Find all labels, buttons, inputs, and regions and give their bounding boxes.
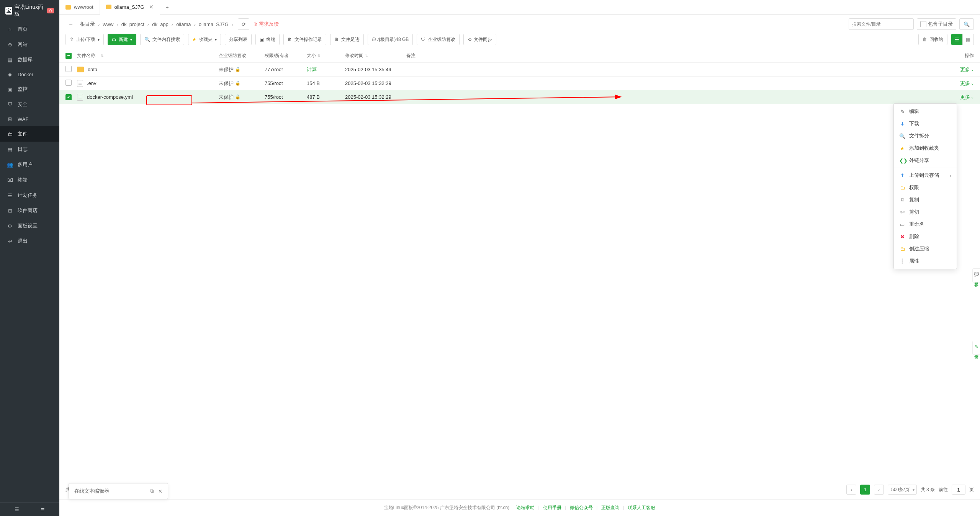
recycle-button[interactable]: 🗑回收站 <box>918 34 947 45</box>
refresh-button[interactable]: ⟳ <box>238 18 249 30</box>
breadcrumb-item[interactable]: dk_app <box>152 21 169 27</box>
notify-badge[interactable]: 0 <box>47 8 54 13</box>
sidebar-item-2[interactable]: ▤数据库 <box>0 52 59 67</box>
sidebar-item-5[interactable]: ⛉安全 <box>0 97 59 112</box>
add-tab-button[interactable]: ＋ <box>160 0 174 14</box>
sidebar-item-0[interactable]: ⌂首页 <box>0 21 59 37</box>
ctx-menu-item[interactable]: ⬇下载 <box>894 118 957 130</box>
page-1-button[interactable]: 1 <box>860 485 870 495</box>
ctx-menu-item[interactable]: ▭重命名 <box>894 218 957 230</box>
ent-protect-button[interactable]: 🛡企业级防篡改 <box>417 34 460 45</box>
ctx-menu-item[interactable]: ⬆上传到云存储› <box>894 169 957 181</box>
sidebar-item-6[interactable]: ⛨WAF <box>0 112 59 126</box>
disk-button[interactable]: ⛁∕(根目录)48 GB <box>368 34 413 45</box>
footer-link[interactable]: 微信公众号 <box>570 505 593 510</box>
nav-icon: ⌂ <box>7 26 13 32</box>
sidebar-item-9[interactable]: 👥多用户 <box>0 157 59 172</box>
perm-cell[interactable]: 755/root <box>265 94 307 100</box>
breadcrumb-item[interactable]: 根目录 <box>80 21 95 28</box>
col-mtime-header[interactable]: 修改时间 <box>345 53 363 58</box>
upload-button[interactable]: ⇧上传/下载▾ <box>65 34 104 45</box>
tab-1[interactable]: ollama_SJ7G✕ <box>100 0 160 15</box>
feedback-link[interactable]: 🗎 需求反馈 <box>253 21 279 28</box>
tab-label: wwwroot <box>74 4 93 10</box>
search-input[interactable] <box>852 21 910 27</box>
side-tab-rate[interactable]: ✎评价 <box>972 341 980 355</box>
footprint-button[interactable]: 🗎文件足迹 <box>330 34 364 45</box>
ctx-menu-item[interactable]: ❮❯外链分享 <box>894 154 957 167</box>
more-action-link[interactable]: 更多 ⌄ <box>943 66 974 73</box>
sidebar-item-3[interactable]: ◆Docker <box>0 67 59 82</box>
sidebar-item-14[interactable]: ↩退出 <box>0 234 59 249</box>
table-row[interactable]: ✔ docker-compose.yml 未保护🔓 755/root 487 B… <box>59 90 980 104</box>
sidebar-item-13[interactable]: ⚙面板设置 <box>0 218 59 234</box>
ctx-menu-item[interactable]: 🗀权限 <box>894 181 957 194</box>
new-button[interactable]: 🗀新建▾ <box>108 34 136 45</box>
editor-maximize-icon[interactable]: ⧉ <box>150 488 154 494</box>
breadcrumb-item[interactable]: www <box>103 21 113 27</box>
goto-page-input[interactable] <box>952 485 965 495</box>
collapse-icon[interactable]: ☰ <box>4 506 30 512</box>
breadcrumb-item[interactable]: ollama_SJ7G <box>199 21 229 27</box>
back-button[interactable]: ← <box>65 19 76 29</box>
ctx-menu-item[interactable]: ★添加到收藏夹 <box>894 142 957 154</box>
ctx-menu-item[interactable]: ⧉复制 <box>894 194 957 206</box>
op-record-button[interactable]: 🗎文件操作记录 <box>283 34 326 45</box>
sidebar-item-12[interactable]: ⊞软件商店 <box>0 203 59 218</box>
sidebar-item-7[interactable]: 🗀文件 <box>0 126 59 142</box>
side-tab-service[interactable]: 💬客服 <box>972 268 980 282</box>
footer-link[interactable]: 正版查询 <box>601 505 620 510</box>
footer-link[interactable]: 论坛求助 <box>516 505 535 510</box>
menu-icon[interactable]: ≣ <box>30 506 56 512</box>
file-name[interactable]: docker-compose.yml <box>87 94 133 100</box>
ctx-menu-item[interactable]: 🗀创建压缩 <box>894 243 957 255</box>
ctx-menu-item[interactable]: ✄剪切 <box>894 206 957 218</box>
perm-cell[interactable]: 755/root <box>265 80 307 86</box>
editor-close-icon[interactable]: ✕ <box>158 488 162 494</box>
table-row[interactable]: .env 未保护🔓 755/root 154 B 2025-02-03 15:3… <box>59 77 980 90</box>
nav-label: 网站 <box>18 41 28 48</box>
sidebar-item-1[interactable]: ⊕网站 <box>0 37 59 52</box>
nav-icon: ⌧ <box>7 177 13 183</box>
ctx-menu-item[interactable]: ✎编辑 <box>894 105 957 118</box>
prev-page-button[interactable]: ‹ <box>846 485 856 495</box>
grid-view-button[interactable]: ▦ <box>962 34 974 45</box>
file-sync-button[interactable]: ⟲文件同步 <box>463 34 496 45</box>
more-action-link[interactable]: 更多 ⌄ <box>943 80 974 87</box>
include-subdir-checkbox[interactable]: 包含子目录 <box>917 18 956 30</box>
row-checkbox[interactable] <box>65 66 72 72</box>
footer-link[interactable]: 使用手册 <box>543 505 561 510</box>
perm-cell[interactable]: 777/root <box>265 67 307 72</box>
share-list-button[interactable]: 分享列表 <box>225 34 252 45</box>
footer-link[interactable]: 联系人工客服 <box>628 505 655 510</box>
select-all-checkbox[interactable]: ━ <box>65 53 72 59</box>
more-action-link[interactable]: 更多 ⌄ <box>943 94 974 101</box>
sidebar-item-11[interactable]: ☰计划任务 <box>0 188 59 203</box>
next-page-button[interactable]: › <box>874 485 884 495</box>
breadcrumb-item[interactable]: ollama <box>176 21 191 27</box>
file-name[interactable]: data <box>88 67 97 72</box>
row-checkbox[interactable] <box>65 80 72 86</box>
terminal-button[interactable]: ▣终端 <box>255 34 280 45</box>
table-row[interactable]: data 未保护🔓 777/root 计算 2025-02-03 15:35:4… <box>59 63 980 77</box>
list-view-button[interactable]: ☰ <box>951 34 963 45</box>
ctx-menu-item[interactable]: ✖删除 <box>894 230 957 243</box>
col-size-header[interactable]: 大小 <box>307 53 316 58</box>
close-icon[interactable]: ✕ <box>149 4 154 10</box>
content-search-button[interactable]: 🔍文件内容搜索 <box>140 34 184 45</box>
tab-0[interactable]: wwwroot <box>59 0 100 14</box>
calc-link[interactable]: 计算 <box>307 67 317 72</box>
chevron-right-icon: › <box>950 173 951 178</box>
sidebar-item-8[interactable]: ▤日志 <box>0 142 59 157</box>
row-checkbox[interactable]: ✔ <box>65 94 72 100</box>
search-button[interactable]: 🔍 <box>959 18 974 30</box>
sidebar-item-4[interactable]: ▣监控 <box>0 82 59 97</box>
file-name[interactable]: .env <box>87 80 97 86</box>
per-page-select[interactable]: 500条/页 <box>888 485 916 495</box>
sidebar-item-10[interactable]: ⌧终端 <box>0 172 59 188</box>
ctx-menu-item[interactable]: ❕属性 <box>894 255 957 267</box>
col-name-header[interactable]: 文件名称 <box>77 52 95 59</box>
breadcrumb-item[interactable]: dk_project <box>121 21 144 27</box>
favorites-button[interactable]: ★收藏夹▾ <box>188 34 221 45</box>
ctx-menu-item[interactable]: 🔍文件拆分 <box>894 130 957 142</box>
